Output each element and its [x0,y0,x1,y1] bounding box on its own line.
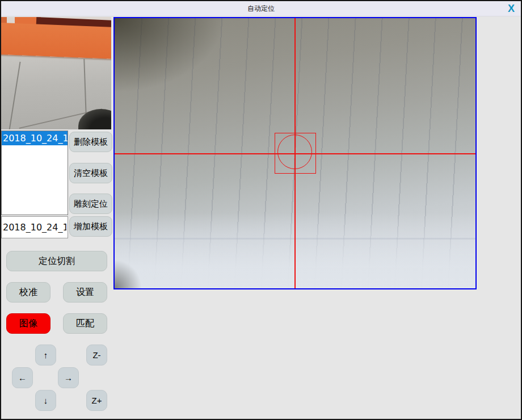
image-button-active[interactable]: 图像 [6,313,50,334]
jog-up-button[interactable]: ↑ [35,345,56,366]
list-item[interactable]: 2018_10_24_11 [2,131,68,145]
close-icon[interactable]: X [504,2,518,15]
jog-left-button[interactable]: ← [12,367,33,388]
match-button[interactable]: 匹配 [63,313,107,334]
titlebar: 自动定位 X [1,1,521,16]
position-cut-button[interactable]: 定位切割 [6,251,107,271]
template-name-input[interactable] [1,216,68,238]
jog-z-minus-button[interactable]: Z- [86,345,107,366]
add-template-button[interactable]: 增加模板 [69,216,112,237]
thumbnail-tile-line [83,59,86,116]
jog-z-plus-button[interactable]: Z+ [86,390,107,411]
clear-templates-button[interactable]: 清空模板 [69,163,112,183]
auto-position-dialog: 自动定位 X 2018_10_24_11 删除模板 清空模板 雕刻定位 增加模板… [0,0,522,420]
engrave-position-button[interactable]: 雕刻定位 [69,194,112,214]
delete-template-button[interactable]: 删除模板 [69,132,112,152]
template-list[interactable]: 2018_10_24_11 [1,131,68,215]
jog-down-button[interactable]: ↓ [35,390,56,411]
template-thumbnail-image [1,17,111,129]
camera-live-view[interactable] [113,17,477,289]
thumbnail-orange-beam [1,23,111,59]
calibrate-button[interactable]: 校准 [6,282,50,303]
page-title: 自动定位 [247,4,275,14]
settings-button[interactable]: 设置 [63,282,107,303]
jog-right-button[interactable]: → [58,367,79,388]
thumbnail-tile-line [7,62,20,129]
target-circle-overlay [277,135,312,169]
thumbnail-dark-object [78,109,111,129]
